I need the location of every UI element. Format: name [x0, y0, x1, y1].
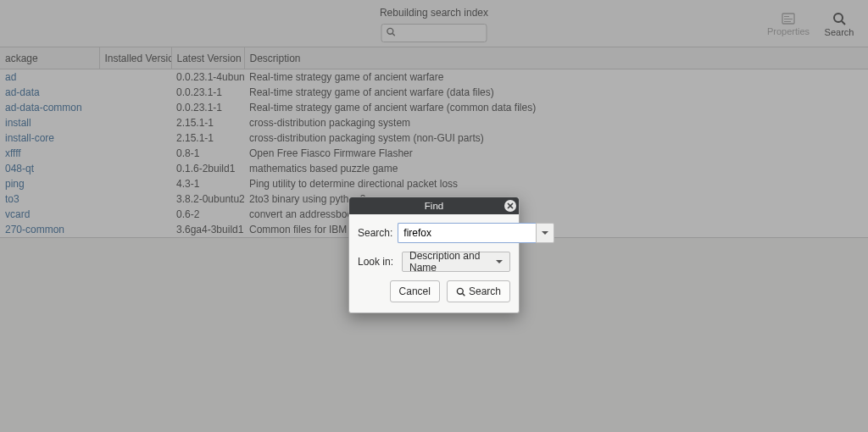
find-dialog: Find Search: Look in: Description and Na…: [348, 197, 520, 313]
dialog-title: Find: [425, 201, 443, 211]
search-icon: [456, 287, 465, 296]
dialog-titlebar[interactable]: Find: [349, 197, 519, 214]
svg-point-10: [457, 288, 463, 294]
dialog-lookin-value: Description and Name: [409, 250, 496, 274]
chevron-down-icon: [542, 231, 548, 235]
cancel-button[interactable]: Cancel: [390, 280, 440, 302]
cancel-label: Cancel: [399, 285, 431, 297]
dialog-search-input[interactable]: [398, 223, 536, 243]
dialog-search-row: Search:: [358, 223, 510, 243]
dialog-lookin-label: Look in:: [358, 256, 397, 268]
dialog-history-button[interactable]: [536, 223, 554, 243]
search-button-label: Search: [469, 285, 501, 297]
dialog-search-group: [398, 223, 554, 243]
dialog-close-button[interactable]: [504, 200, 516, 212]
dialog-search-label: Search:: [358, 227, 392, 239]
search-button[interactable]: Search: [447, 280, 510, 302]
chevron-down-icon: [496, 260, 503, 263]
dialog-lookin-row: Look in: Description and Name: [358, 252, 510, 272]
svg-line-11: [463, 293, 465, 296]
dialog-lookin-select[interactable]: Description and Name: [402, 252, 510, 272]
dialog-body: Search: Look in: Description and Name Ca…: [349, 214, 519, 313]
dialog-button-row: Cancel Search: [358, 280, 510, 302]
close-icon: [507, 202, 514, 209]
